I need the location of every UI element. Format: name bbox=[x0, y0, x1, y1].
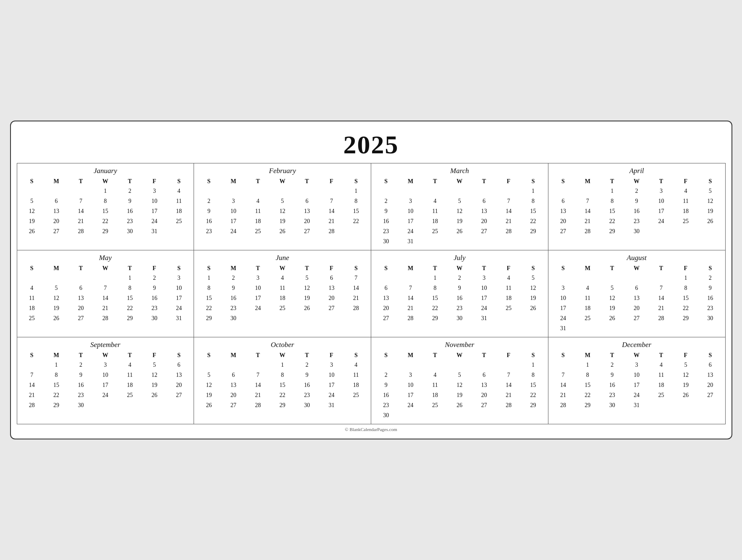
cal-table: SMTWTFS123456789101112131415161718192021… bbox=[20, 177, 191, 237]
day-cell: 24 bbox=[624, 390, 649, 400]
week-row: 6789101112 bbox=[551, 196, 723, 206]
day-header: S bbox=[167, 264, 191, 273]
day-header: M bbox=[398, 177, 422, 186]
day-header: F bbox=[674, 264, 698, 273]
day-header: M bbox=[44, 264, 68, 273]
day-header: S bbox=[521, 351, 545, 360]
day-cell: 15 bbox=[600, 206, 624, 216]
day-cell: 21 bbox=[575, 216, 600, 226]
week-row: 16171819202122 bbox=[374, 390, 545, 400]
day-cell: 9 bbox=[698, 283, 722, 293]
week-row: 2345678 bbox=[374, 370, 545, 380]
day-cell bbox=[423, 237, 447, 247]
day-cell: 20 bbox=[698, 380, 722, 390]
day-header: S bbox=[20, 264, 44, 273]
day-cell: 17 bbox=[142, 206, 166, 216]
day-cell: 31 bbox=[551, 323, 575, 334]
day-cell: 13 bbox=[551, 206, 575, 216]
day-cell: 31 bbox=[142, 226, 166, 237]
day-cell bbox=[624, 323, 649, 334]
day-header: T bbox=[246, 177, 270, 186]
month-name: November bbox=[374, 339, 545, 351]
day-cell: 10 bbox=[167, 283, 191, 293]
day-cell: 7 bbox=[398, 283, 422, 293]
day-cell: 3 bbox=[142, 186, 166, 196]
day-cell: 1 bbox=[270, 360, 294, 370]
day-cell bbox=[118, 400, 142, 410]
day-cell: 24 bbox=[472, 303, 496, 313]
day-cell: 13 bbox=[295, 206, 319, 216]
day-cell: 9 bbox=[221, 283, 246, 293]
day-header: T bbox=[295, 351, 319, 360]
day-cell: 3 bbox=[624, 360, 649, 370]
day-cell: 6 bbox=[44, 196, 68, 206]
day-cell: 4 bbox=[20, 283, 44, 293]
day-cell: 26 bbox=[44, 313, 68, 323]
day-header: F bbox=[142, 177, 166, 186]
week-row: 9101112131415 bbox=[374, 206, 545, 216]
day-cell: 7 bbox=[551, 370, 575, 380]
day-cell: 4 bbox=[344, 360, 368, 370]
day-cell: 23 bbox=[698, 303, 722, 313]
day-cell bbox=[600, 273, 624, 283]
day-cell: 20 bbox=[472, 216, 496, 226]
day-cell: 14 bbox=[496, 206, 521, 216]
day-cell: 16 bbox=[118, 206, 142, 216]
week-row: 19202122232425 bbox=[20, 216, 191, 226]
day-cell: 20 bbox=[319, 293, 343, 303]
day-header: W bbox=[270, 177, 294, 186]
day-cell: 7 bbox=[496, 196, 521, 206]
day-cell: 20 bbox=[624, 303, 649, 313]
day-cell: 9 bbox=[68, 370, 93, 380]
day-cell: 4 bbox=[423, 370, 447, 380]
month-cell-april: AprilSMTWTFS1234567891011121314151617181… bbox=[548, 163, 726, 250]
day-cell: 22 bbox=[575, 390, 600, 400]
day-cell: 1 bbox=[118, 273, 142, 283]
month-name: April bbox=[551, 165, 723, 177]
day-header: S bbox=[197, 177, 221, 186]
day-cell: 5 bbox=[295, 273, 319, 283]
day-cell bbox=[649, 400, 673, 410]
day-cell bbox=[270, 313, 294, 323]
day-header: S bbox=[20, 351, 44, 360]
day-cell bbox=[374, 273, 398, 283]
day-cell: 1 bbox=[423, 273, 447, 283]
day-cell: 16 bbox=[221, 293, 246, 303]
day-cell: 5 bbox=[698, 186, 722, 196]
day-cell: 6 bbox=[472, 196, 496, 206]
day-cell: 18 bbox=[575, 303, 600, 313]
day-cell: 6 bbox=[221, 370, 246, 380]
day-cell: 14 bbox=[344, 283, 368, 293]
day-cell: 12 bbox=[44, 293, 68, 303]
week-row: 25262728293031 bbox=[20, 313, 191, 323]
week-row: 78910111213 bbox=[20, 370, 191, 380]
day-cell bbox=[674, 400, 698, 410]
day-cell: 12 bbox=[698, 196, 722, 206]
months-grid: JanuarySMTWTFS12345678910111213141516171… bbox=[17, 163, 726, 424]
day-cell: 19 bbox=[600, 303, 624, 313]
day-cell: 22 bbox=[93, 216, 118, 226]
day-cell: 26 bbox=[20, 226, 44, 237]
day-cell: 29 bbox=[575, 400, 600, 410]
day-header: T bbox=[68, 351, 93, 360]
day-cell: 23 bbox=[447, 303, 472, 313]
day-cell: 17 bbox=[167, 293, 191, 303]
day-cell: 3 bbox=[221, 196, 246, 206]
day-cell: 6 bbox=[319, 273, 343, 283]
day-cell: 17 bbox=[93, 380, 118, 390]
day-header: W bbox=[624, 264, 649, 273]
day-cell bbox=[649, 273, 673, 283]
week-row: 262728293031 bbox=[20, 226, 191, 237]
day-cell: 20 bbox=[167, 380, 191, 390]
week-row: 20212223242526 bbox=[551, 216, 723, 226]
day-cell bbox=[551, 273, 575, 283]
day-cell bbox=[447, 237, 472, 247]
day-cell: 25 bbox=[575, 313, 600, 323]
day-header: S bbox=[551, 177, 575, 186]
day-cell: 24 bbox=[649, 216, 673, 226]
day-cell: 14 bbox=[496, 380, 521, 390]
day-cell: 30 bbox=[374, 237, 398, 247]
day-cell: 14 bbox=[246, 380, 270, 390]
day-cell: 21 bbox=[68, 216, 93, 226]
day-header: S bbox=[197, 351, 221, 360]
